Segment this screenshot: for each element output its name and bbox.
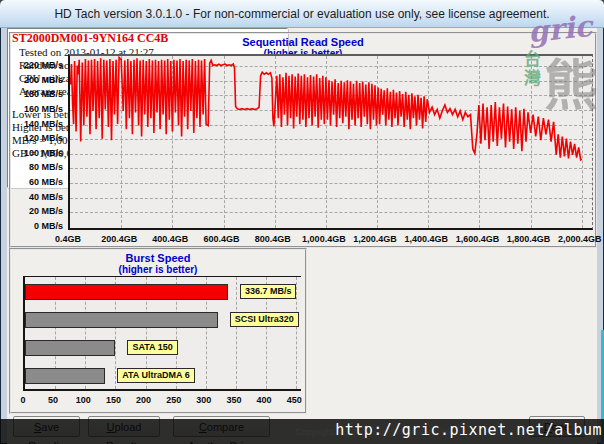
sequential-read-panel: Sequential Read Speed (higher is better)… [9,32,597,248]
burst-bar-label: ATA UltraDMA 6 [117,368,195,383]
watermark-url: http://gric.pixnet.net/album [335,421,602,439]
sequential-chart-title: Sequential Read Speed [11,36,595,48]
seq-y-tick-label: 20 MB/s [13,206,63,216]
burst-x-tick-label: 50 [39,395,67,405]
burst-chart-subtitle: (higher is better) [11,264,305,275]
burst-bar-label: SATA 150 [127,340,177,355]
seq-x-tick-label: 1,000.4GB [296,234,352,244]
burst-x-tick-label: 0 [9,395,37,405]
seq-x-tick-label: 400.4GB [142,234,198,244]
seq-x-tick-label: 200.4GB [91,234,147,244]
burst-speed-panel: Burst Speed (higher is better) 050100150… [9,248,307,414]
burst-bar [25,284,228,300]
hdtach-window: HD Tach version 3.0.1.0 - For non-commer… [0,0,604,444]
seq-y-tick-label: 180 MB/s [13,89,63,99]
burst-bar-label: SCSI Ultra320 [230,312,299,327]
watermark-url-bar: Copyright (C) 2004 Simpli Software, Inc.… [0,419,604,444]
burst-x-tick-label: 250 [160,395,188,405]
burst-chart-title: Burst Speed [11,252,305,264]
v-gridline [236,277,237,389]
seq-x-tick-label: 0.4GB [40,234,96,244]
seq-y-tick-label: 100 MB/s [13,148,63,158]
seq-x-tick-label: 1,600.4GB [449,234,505,244]
seq-x-tick-label: 2,000.4GB [552,234,604,244]
burst-bar [25,312,218,328]
seq-y-tick-label: 200 MB/s [13,75,63,85]
burst-x-tick-label: 300 [190,395,218,405]
window-title: HD Tach version 3.0.1.0 - For non-commer… [54,7,549,21]
burst-x-tick-label: 450 [280,395,308,405]
seq-y-tick-label: 40 MB/s [13,192,63,202]
seq-y-tick-label: 0 MB/s [13,221,63,231]
seq-x-tick-label: 800.4GB [245,234,301,244]
sequential-read-line [70,56,592,228]
burst-bar [25,340,115,356]
burst-bar-label: 336.7 MB/s [240,284,297,299]
burst-x-tick-label: 150 [99,395,127,405]
seq-x-tick-label: 1,800.4GB [501,234,557,244]
sequential-plot [68,54,593,230]
seq-y-tick-label: 220 MB/s [13,60,63,70]
burst-bar [25,368,105,384]
burst-x-tick-label: 100 [69,395,97,405]
title-bar[interactable]: HD Tach version 3.0.1.0 - For non-commer… [0,0,604,28]
seq-y-tick-label: 140 MB/s [13,119,63,129]
burst-x-tick-label: 400 [250,395,278,405]
seq-y-tick-label: 120 MB/s [13,133,63,143]
seq-y-tick-label: 80 MB/s [13,162,63,172]
burst-x-tick-label: 200 [130,395,158,405]
seq-x-tick-label: 1,200.4GB [347,234,403,244]
client-area: Sequential Read Speed (higher is better)… [7,28,597,444]
seq-x-tick-label: 1,400.4GB [398,234,454,244]
seq-x-tick-label: 600.4GB [194,234,250,244]
seq-y-tick-label: 160 MB/s [13,104,63,114]
seq-y-tick-label: 60 MB/s [13,177,63,187]
burst-x-tick-label: 350 [220,395,248,405]
